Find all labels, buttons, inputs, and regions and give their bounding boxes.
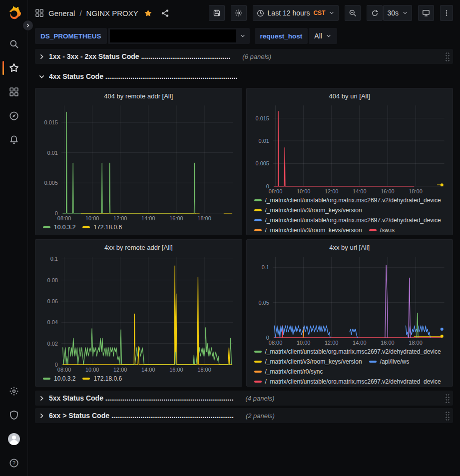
dashboard-title[interactable]: NGINX PROXY bbox=[86, 9, 138, 17]
svg-text:12:00: 12:00 bbox=[113, 367, 127, 373]
row-1xx-3xx-2xx[interactable]: 1xx - 3xx - 2xx Status Code ............… bbox=[35, 49, 453, 64]
favorite-star-icon[interactable] bbox=[144, 9, 152, 17]
kebab-icon bbox=[443, 9, 450, 17]
sidebar-item-profile[interactable] bbox=[0, 427, 27, 451]
svg-text:14:00: 14:00 bbox=[141, 215, 155, 221]
variable-ds-value-dropdown[interactable] bbox=[108, 28, 250, 44]
zoom-out-time-button[interactable] bbox=[345, 5, 361, 21]
variable-ds-value-redacted bbox=[110, 29, 236, 42]
cycle-view-mode-button[interactable] bbox=[418, 5, 434, 21]
sidebar-item-alerting[interactable] bbox=[0, 128, 27, 152]
svg-text:0.015: 0.015 bbox=[44, 119, 58, 125]
svg-text:14:00: 14:00 bbox=[141, 367, 155, 373]
svg-text:12:00: 12:00 bbox=[325, 340, 338, 346]
variable-request-host-label[interactable]: request_host bbox=[255, 28, 308, 44]
svg-text:18:00: 18:00 bbox=[409, 340, 422, 346]
sidebar-item-help[interactable]: ? bbox=[0, 451, 27, 475]
row-drag-handle[interactable] bbox=[445, 411, 450, 421]
legend-label: /_matrix/client/v3/room_keys/version bbox=[265, 227, 362, 233]
variable-ds-prometheus: DS_PROMETHEUS bbox=[35, 28, 250, 44]
legend-item[interactable]: /_matrix/client/r0/sync bbox=[254, 367, 323, 376]
sidebar-item-dashboards[interactable] bbox=[0, 80, 27, 104]
panel-title[interactable]: 4xx by remote addr [All] bbox=[39, 242, 238, 253]
panel-404-by-remote-addr: 404 by remote addr [All] 08:0010:0012:00… bbox=[35, 88, 242, 235]
sidebar-item-explore[interactable] bbox=[0, 104, 27, 128]
chart-404-by-remote-addr[interactable]: 08:0010:0012:0014:0016:0018:0000.0050.01… bbox=[39, 102, 238, 222]
share-icon[interactable] bbox=[161, 9, 169, 17]
variable-ds-label[interactable]: DS_PROMETHEUS bbox=[35, 28, 107, 44]
svg-text:18:00: 18:00 bbox=[197, 367, 211, 373]
row-5xx[interactable]: 5xx Status Code ........................… bbox=[35, 391, 453, 406]
svg-text:0.005: 0.005 bbox=[255, 160, 269, 166]
refresh-button[interactable] bbox=[367, 5, 383, 21]
svg-text:08:00: 08:00 bbox=[268, 340, 282, 346]
apps-icon bbox=[9, 87, 19, 97]
legend-item[interactable]: /sw.js bbox=[369, 226, 395, 232]
sidebar-item-server-admin[interactable] bbox=[0, 403, 27, 427]
svg-text:10:00: 10:00 bbox=[296, 188, 310, 194]
svg-text:08:00: 08:00 bbox=[268, 188, 282, 194]
dashboard-body: 1xx - 3xx - 2xx Status Code ............… bbox=[28, 46, 460, 476]
row-6xx[interactable]: 6xx > Status Code ......................… bbox=[35, 408, 453, 423]
legend-item[interactable]: /_matrix/client/unstable/org.matrix.msc2… bbox=[254, 347, 441, 356]
legend-label: 172.18.0.6 bbox=[93, 224, 122, 231]
svg-text:18:00: 18:00 bbox=[409, 188, 422, 194]
svg-text:?: ? bbox=[12, 460, 15, 466]
star-icon bbox=[9, 63, 19, 73]
svg-text:0.06: 0.06 bbox=[47, 298, 58, 304]
legend-item[interactable]: /_matrix/client/v3/room_keys/version bbox=[254, 226, 362, 232]
more-options-button[interactable] bbox=[440, 5, 453, 21]
legend-label: /_matrix/client/unstable/org.matrix.msc2… bbox=[265, 197, 441, 204]
legend-label: /api/live/ws bbox=[380, 358, 410, 365]
panel-4xx-by-remote-addr: 4xx by remote addr [All] 08:0010:0012:00… bbox=[35, 239, 242, 387]
panel-legend: 10.0.3.2172.18.0.6 bbox=[39, 222, 238, 232]
save-dashboard-button[interactable] bbox=[209, 5, 225, 21]
svg-text:16:00: 16:00 bbox=[169, 367, 183, 373]
chart-4xx-by-uri[interactable]: 08:0010:0012:0014:0016:0018:0000.050.1 bbox=[251, 253, 449, 347]
panel-title[interactable]: 4xx by uri [All] bbox=[251, 242, 449, 253]
legend-swatch bbox=[254, 361, 262, 363]
breadcrumb: General / NGINX PROXY bbox=[35, 8, 169, 17]
variable-request-host: request_host All bbox=[255, 28, 337, 44]
legend-item[interactable]: 10.0.3.2 bbox=[43, 374, 75, 383]
panel-title[interactable]: 404 by uri [All] bbox=[251, 90, 449, 102]
legend-item[interactable]: /_matrix/client/unstable/org.matrix.msc2… bbox=[254, 196, 441, 204]
row-drag-handle[interactable] bbox=[445, 52, 450, 61]
refresh-interval-dropdown[interactable]: 30s bbox=[383, 5, 412, 21]
sidebar-item-search[interactable] bbox=[0, 32, 27, 56]
breadcrumb-folder[interactable]: General bbox=[48, 9, 75, 17]
help-icon: ? bbox=[9, 458, 19, 468]
row-drag-handle[interactable] bbox=[445, 394, 450, 403]
panel-404-by-uri: 404 by uri [All] 08:0010:0012:0014:0016:… bbox=[246, 88, 454, 235]
time-range-picker[interactable]: Last 12 hours CST bbox=[253, 5, 339, 21]
panel-legend: /_matrix/client/unstable/org.matrix.msc2… bbox=[251, 347, 449, 384]
legend-item[interactable]: 10.0.3.2 bbox=[43, 223, 75, 231]
legend-item[interactable]: /_matrix/client/v3/room_keys/version bbox=[254, 206, 362, 214]
sidebar-expand-button[interactable] bbox=[22, 19, 34, 31]
row-4xx[interactable]: 4xx Status Code ........................… bbox=[35, 69, 453, 84]
row-title: 1xx - 3xx - 2xx Status Code ............… bbox=[49, 52, 230, 60]
legend-item[interactable]: /_matrix/client/unstable/org.matrix.msc2… bbox=[254, 216, 441, 224]
grafana-logo[interactable] bbox=[5, 4, 22, 21]
legend-item[interactable]: 172.18.0.6 bbox=[82, 374, 122, 383]
svg-text:0: 0 bbox=[55, 210, 58, 216]
chart-4xx-by-remote-addr[interactable]: 08:0010:0012:0014:0016:0018:0000.020.040… bbox=[39, 253, 238, 374]
chevron-down-icon bbox=[402, 10, 408, 16]
svg-text:16:00: 16:00 bbox=[381, 340, 394, 346]
chart-404-by-uri[interactable]: 08:0010:0012:0014:0016:0018:0000.0050.01… bbox=[251, 102, 449, 195]
variable-request-host-dropdown[interactable]: All bbox=[309, 28, 337, 44]
svg-text:0.05: 0.05 bbox=[258, 300, 269, 306]
dashboard-settings-button[interactable] bbox=[231, 5, 247, 21]
top-navbar: General / NGINX PROXY L bbox=[28, 0, 460, 26]
dashboards-grid-icon[interactable] bbox=[35, 8, 44, 17]
svg-text:10:00: 10:00 bbox=[85, 215, 99, 221]
panel-title[interactable]: 404 by remote addr [All] bbox=[39, 90, 238, 102]
svg-text:14:00: 14:00 bbox=[353, 188, 366, 194]
sidebar-item-configuration[interactable] bbox=[0, 379, 27, 403]
legend-item[interactable]: /_matrix/client/unstable/org.matrix.msc2… bbox=[254, 377, 441, 384]
legend-item[interactable]: 172.18.0.6 bbox=[82, 223, 122, 231]
row-title: 4xx Status Code ........................… bbox=[49, 72, 237, 80]
legend-item[interactable]: /_matrix/client/v3/room_keys/version bbox=[254, 357, 362, 366]
legend-item[interactable]: /api/live/ws bbox=[369, 357, 410, 366]
sidebar-item-starred[interactable] bbox=[0, 56, 27, 80]
